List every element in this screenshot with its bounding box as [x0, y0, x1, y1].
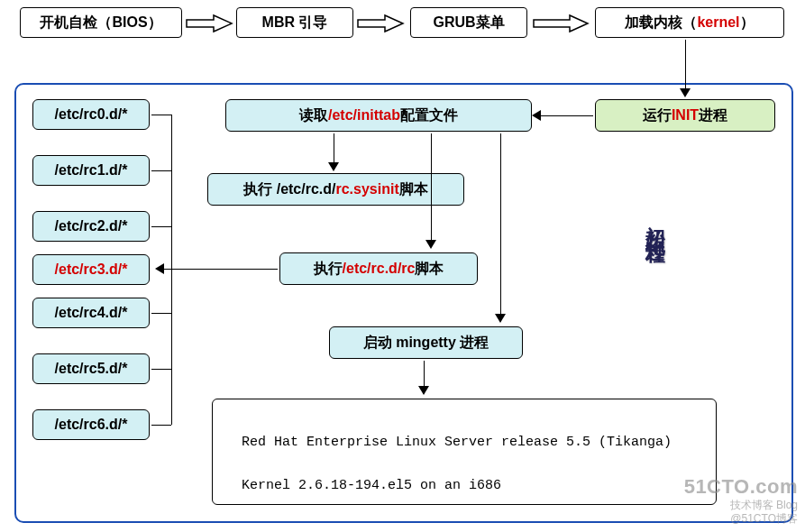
- arrow-inittab-sysinit: [334, 133, 334, 164]
- arrow-inittab-sysinit-head: [328, 162, 339, 171]
- side-label: 初始化过程: [642, 209, 669, 236]
- node-rc2: /etc/rc2.d/*: [32, 211, 150, 242]
- node-rc-red: /etc/rc.d/rc: [343, 261, 416, 277]
- rc2-tick: [151, 226, 171, 227]
- arrow-mingetty-terminal: [424, 361, 425, 388]
- node-inittab-red: /etc/inittab: [328, 107, 400, 124]
- node-inittab-post: 配置文件: [400, 106, 458, 125]
- svg-marker-1: [358, 15, 403, 32]
- node-rc-pre: 执行: [314, 260, 343, 279]
- arrow-mbr-grub: [356, 14, 406, 33]
- node-sysinit: 执行 /etc/rc.d/rc.sysinit 脚本: [207, 173, 464, 206]
- node-init-post: 进程: [699, 106, 727, 125]
- node-sysinit-post: 脚本: [399, 180, 428, 199]
- node-rc3-label: /etc/rc3.d/*: [55, 261, 128, 278]
- node-mingetty: 启动 mingetty 进程: [329, 326, 523, 359]
- node-rc5: /etc/rc5.d/*: [32, 353, 150, 384]
- arrow-kernel-init: [685, 40, 686, 90]
- node-kernel-post: ）: [740, 14, 755, 32]
- arrow-init-inittab: [541, 115, 593, 116]
- node-init-pre: 运行: [643, 106, 672, 125]
- rc-bus: [171, 115, 172, 425]
- arrow-rc-rc3-head: [155, 263, 164, 274]
- rc0-tick: [151, 115, 171, 115]
- node-inittab: 读取/etc/inittab配置文件: [225, 99, 532, 132]
- node-rc0: /etc/rc0.d/*: [32, 99, 150, 130]
- arrow-init-inittab-head: [532, 110, 541, 121]
- rc4-tick: [151, 313, 171, 314]
- arrow-inittab-mingetty-head: [495, 314, 506, 323]
- svg-marker-0: [187, 15, 232, 32]
- terminal-line1: Red Hat Enterprise Linux Server release …: [242, 435, 672, 450]
- terminal-line2: Kernel 2.6.18-194.el5 on an i686: [242, 478, 501, 493]
- node-rc4: /etc/rc4.d/*: [32, 298, 150, 328]
- svg-marker-2: [534, 15, 588, 32]
- rc1-tick: [151, 170, 171, 171]
- node-rc1: /etc/rc1.d/*: [32, 155, 150, 186]
- node-init: 运行 INIT 进程: [595, 99, 775, 132]
- arrow-bios-mbr: [185, 14, 234, 33]
- node-kernel-red: kernel: [697, 14, 739, 31]
- node-rc6: /etc/rc6.d/*: [32, 409, 150, 440]
- node-kernel: 加载内核（kernel）: [595, 7, 784, 38]
- node-inittab-pre: 读取: [299, 106, 328, 125]
- node-rc3: /etc/rc3.d/*: [32, 254, 150, 285]
- rc6-tick: [151, 425, 171, 426]
- node-sysinit-red: rc.sysinit: [335, 181, 398, 197]
- node-grub: GRUB菜单: [410, 7, 527, 38]
- arrow-mingetty-terminal-head: [418, 386, 429, 395]
- node-kernel-pre: 加载内核（: [625, 14, 697, 32]
- arrow-kernel-init-head: [680, 88, 691, 97]
- node-sysinit-pre: 执行 /etc/rc.d/: [243, 180, 335, 199]
- node-mbr: MBR 引导: [236, 7, 353, 38]
- arrow-inittab-mingetty: [500, 133, 501, 316]
- arrow-inittab-rc-head: [425, 240, 436, 249]
- node-rc-post: 脚本: [415, 260, 444, 279]
- terminal-output: Red Hat Enterprise Linux Server release …: [212, 399, 717, 505]
- arrow-rc-rc3: [164, 269, 278, 270]
- node-init-red: INIT: [672, 107, 699, 124]
- arrow-inittab-rc: [431, 133, 432, 242]
- node-bios: 开机自检（BIOS）: [20, 7, 182, 38]
- node-rc: 执行/etc/rc.d/rc脚本: [279, 252, 478, 285]
- rc5-tick: [151, 369, 171, 370]
- arrow-grub-kernel: [532, 14, 590, 33]
